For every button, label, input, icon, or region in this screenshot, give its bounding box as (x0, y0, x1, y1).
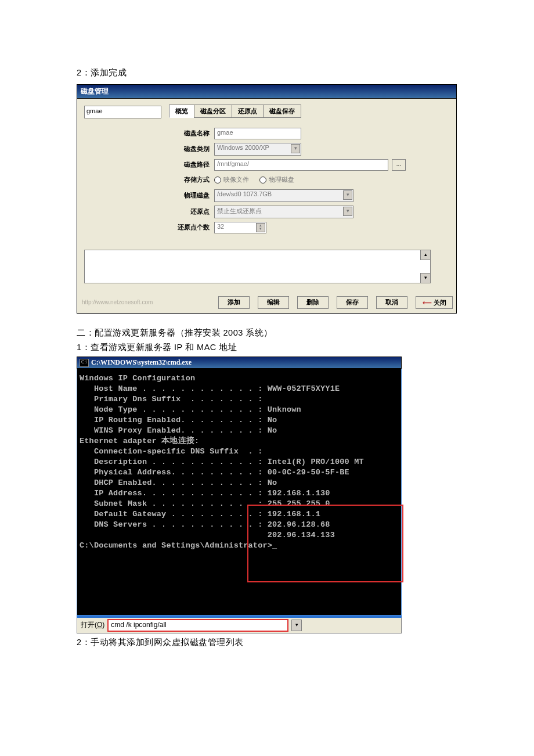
cmd-output: Windows IP Configuration Host Name . . .… (77, 369, 402, 615)
scroll-down-icon[interactable]: ▾ (420, 273, 431, 283)
cmd-icon: C:\ (80, 359, 89, 367)
cmd-title: C:\C:\WINDOWS\system32\cmd.exe (77, 357, 402, 369)
run-label: 打开(O) (81, 620, 104, 630)
delete-button[interactable]: 删除 (297, 296, 329, 309)
label-restore-n: 还原点个数 (169, 223, 214, 232)
doc-p3: 1：查看游戏更新服务器 IP 和 MAC 地址 (77, 342, 457, 353)
disk-list-selected[interactable]: gmae (84, 106, 161, 118)
chevron-down-icon[interactable]: ▾ (343, 190, 352, 200)
highlight-network-info (247, 505, 403, 582)
browse-button[interactable]: ... (392, 159, 406, 171)
disk-mgmt-dialog: 磁盘管理 gmae 概览 磁盘分区 还原点 磁盘保存 磁盘名称 gmae 磁盘类… (77, 84, 457, 314)
chevron-down-icon[interactable]: ▾ (291, 144, 300, 153)
input-restore-count[interactable]: 32▴▾ (214, 222, 266, 233)
radio-image-file[interactable]: 映像文件 (214, 175, 249, 184)
label-disk-name: 磁盘名称 (169, 129, 214, 138)
close-button[interactable]: ⟵关闭 (416, 296, 453, 309)
tab-partition[interactable]: 磁盘分区 (194, 105, 232, 118)
cmd-window: C:\C:\WINDOWS\system32\cmd.exe Windows I… (77, 357, 402, 633)
run-input[interactable]: cmd /k ipconfig/all (108, 620, 288, 631)
door-icon: ⟵ (423, 297, 432, 308)
spinner-icon[interactable]: ▴▾ (256, 223, 265, 232)
cancel-button[interactable]: 取消 (376, 296, 407, 309)
select-restore[interactable]: 禁止生成还原点▾ (214, 206, 353, 218)
label-disk-type: 磁盘类别 (169, 145, 214, 153)
label-store-mode: 存储方式 (169, 175, 214, 184)
tab-save[interactable]: 磁盘保存 (263, 105, 301, 118)
add-button[interactable]: 添加 (218, 296, 250, 309)
run-dropdown-icon[interactable]: ▾ (291, 620, 302, 631)
select-disk-type[interactable]: Windows 2000/XP▾ (214, 143, 301, 156)
chevron-down-icon[interactable]: ▾ (343, 207, 352, 216)
watermark-url: http://www.netzonesoft.com (82, 299, 186, 305)
label-disk-path: 磁盘路径 (169, 160, 214, 169)
doc-p4: 2：手动将其添加到网众虚拟磁盘管理列表 (77, 637, 457, 648)
doc-p1: 2：添加完成 (77, 67, 457, 78)
input-disk-name[interactable]: gmae (214, 128, 301, 139)
edit-button[interactable]: 编辑 (258, 296, 289, 309)
label-phys-disk: 物理磁盘 (169, 191, 214, 200)
save-button[interactable]: 保存 (337, 296, 368, 309)
select-phys-disk[interactable]: /dev/sd0 1073.7GB▾ (214, 189, 353, 202)
scroll-up-icon[interactable]: ▴ (420, 250, 431, 260)
preview-area: ▴ ▾ (84, 250, 431, 283)
radio-physical-disk[interactable]: 物理磁盘 (259, 175, 294, 184)
tab-restore[interactable]: 还原点 (232, 105, 264, 118)
run-dialog-bar: 打开(O) cmd /k ipconfig/all ▾ (77, 618, 402, 633)
dialog-title: 磁盘管理 (77, 84, 457, 99)
tab-overview[interactable]: 概览 (169, 105, 194, 118)
input-disk-path[interactable]: /mnt/gmae/ (214, 159, 388, 171)
doc-p2: 二：配置游戏更新服务器（推荐安装 2003 系统） (77, 327, 457, 339)
label-restore: 还原点 (169, 207, 214, 216)
